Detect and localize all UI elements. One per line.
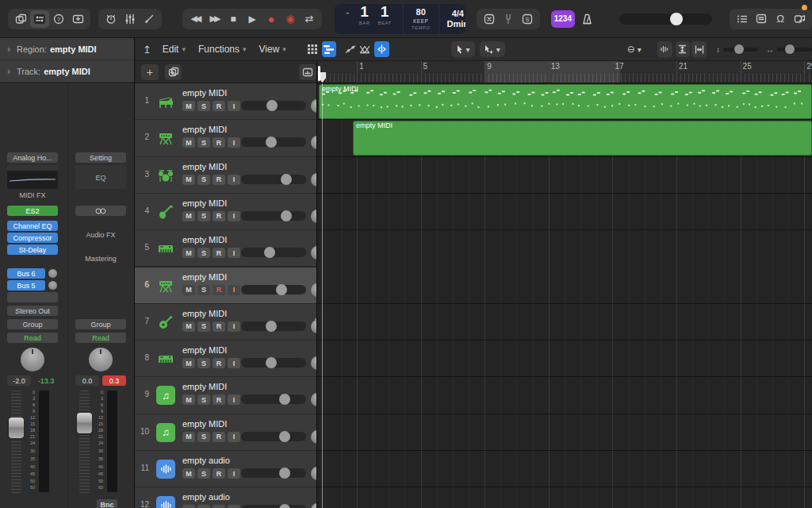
solo-button[interactable]: S <box>197 394 210 405</box>
volume-thumb[interactable] <box>266 357 277 368</box>
record-enable-button[interactable]: R <box>213 505 225 508</box>
eq-display[interactable] <box>7 165 58 189</box>
channel-setting-button[interactable]: Analog Ho... <box>7 152 58 163</box>
stop-button[interactable]: ■ <box>224 10 243 28</box>
smart-controls-icon[interactable] <box>121 10 140 28</box>
collapse-zoom-button[interactable] <box>691 41 707 57</box>
record-button[interactable]: ● <box>262 10 281 28</box>
mute-button[interactable]: M <box>182 248 195 258</box>
instrument-slot-es2[interactable]: ES2 <box>7 206 58 216</box>
forward-button[interactable]: ▶▶ <box>205 10 224 28</box>
grid-view-button[interactable] <box>305 41 320 57</box>
solo-button[interactable]: S <box>197 285 210 295</box>
solo-button[interactable]: S <box>197 137 210 148</box>
lcd-display[interactable]: - 1 BAR 1 BEAT 80 KEEP TEMPO 4/4 Dmin ⌄ <box>335 4 465 34</box>
track-pan-knob[interactable] <box>311 136 316 149</box>
track-pan-knob[interactable] <box>311 246 316 260</box>
track-row-8[interactable]: 8empty MIDIMSRI <box>135 341 316 377</box>
inspector-toggle-button[interactable] <box>30 10 49 28</box>
input-monitor-button[interactable]: I <box>228 432 240 442</box>
mute-button[interactable]: M <box>182 468 195 479</box>
solo-button[interactable]: S <box>197 211 210 221</box>
track-row-9[interactable]: 9♫empty MIDIMSRI <box>135 377 316 414</box>
track-pan-knob[interactable] <box>311 356 316 370</box>
automation-mode-button[interactable]: Read <box>7 333 58 343</box>
automation-button[interactable] <box>343 41 358 57</box>
eq-slot[interactable]: EQ <box>75 165 126 189</box>
toolbar-toggle-button[interactable] <box>68 10 87 28</box>
input-monitor-button[interactable]: I <box>228 394 240 405</box>
pencil-icon[interactable] <box>140 10 159 28</box>
track-pan-knob[interactable] <box>311 173 316 187</box>
track-row-11[interactable]: 11empty audioMSRI <box>135 451 316 487</box>
audio-fx-slot-2[interactable]: St-Delay <box>7 244 58 255</box>
track-volume-slider[interactable] <box>241 394 306 404</box>
input-monitor-button[interactable]: I <box>228 468 240 479</box>
waveform-zoom-button[interactable] <box>657 41 672 57</box>
horizontal-zoom-thumb[interactable] <box>785 44 795 54</box>
track-volume-slider[interactable] <box>241 101 306 110</box>
solo-button[interactable]: S <box>197 358 210 368</box>
volume-thumb[interactable] <box>279 468 290 479</box>
add-track-button[interactable]: + <box>141 64 159 80</box>
input-monitor-button[interactable]: I <box>228 505 240 508</box>
track-pan-knob[interactable] <box>311 283 316 297</box>
left-click-tool-menu[interactable]: ▾ <box>451 41 475 57</box>
input-monitor-button[interactable]: I <box>228 248 240 258</box>
track-volume-slider[interactable] <box>241 285 306 294</box>
track-volume-slider[interactable] <box>241 505 306 508</box>
volume-thumb[interactable] <box>264 247 275 258</box>
horizontal-zoom-slider[interactable] <box>777 48 812 52</box>
mute-button[interactable]: M <box>182 321 195 332</box>
apple-loops-button[interactable]: Ω <box>771 10 790 28</box>
mute-button[interactable]: M <box>182 101 195 111</box>
rewind-button[interactable]: ◀◀ <box>186 10 205 28</box>
track-volume-slider[interactable] <box>241 175 306 184</box>
input-monitor-button[interactable]: I <box>228 101 240 111</box>
track-volume-slider[interactable] <box>241 358 306 368</box>
volume-thumb[interactable] <box>279 431 290 442</box>
track-volume-slider[interactable] <box>241 321 306 331</box>
track-volume-slider[interactable] <box>241 432 306 441</box>
mute-button[interactable]: M <box>182 505 195 508</box>
track-pan-knob[interactable] <box>311 99 316 113</box>
solo-button[interactable]: S <box>197 505 210 508</box>
fader-track[interactable] <box>79 391 90 494</box>
automation-mode-button[interactable]: Read <box>75 333 126 343</box>
record-enable-button[interactable]: R <box>213 394 225 405</box>
snap-menu[interactable]: ⊖▾ <box>622 41 646 57</box>
fader-cap[interactable] <box>77 413 92 433</box>
track-inspector-row[interactable]: › Track: empty MIDI <box>0 60 134 83</box>
solo-button[interactable]: S <box>197 175 210 185</box>
input-monitor-button[interactable]: I <box>228 358 240 368</box>
tuning-fork-icon[interactable] <box>499 10 518 28</box>
send-knob[interactable] <box>48 281 57 290</box>
volume-thumb[interactable] <box>266 100 278 111</box>
functions-menu[interactable]: Functions▾ <box>198 44 247 55</box>
record-enable-button[interactable]: R <box>213 285 225 295</box>
track-row-12[interactable]: 12empty audioMSRI <box>135 487 316 508</box>
mute-button[interactable]: M <box>182 394 195 405</box>
audio-fx-slot-0[interactable]: Channel EQ <box>7 221 58 231</box>
track-volume-slider[interactable] <box>241 248 306 257</box>
track-row-10[interactable]: 10♫empty MIDIMSRI <box>135 414 316 451</box>
disclosure-chevron-icon[interactable]: › <box>7 44 10 55</box>
stereo-link-button[interactable] <box>75 206 126 216</box>
tuner-icon[interactable] <box>102 10 121 28</box>
volume-thumb[interactable] <box>279 504 290 508</box>
record-enable-button[interactable]: R <box>213 321 225 332</box>
record-enable-button[interactable]: R <box>213 468 225 479</box>
master-volume-thumb[interactable] <box>670 13 683 25</box>
track-pan-knob[interactable] <box>311 467 316 480</box>
arrange-area[interactable]: empty MIDIempty MIDI <box>317 83 812 508</box>
mute-button[interactable]: M <box>182 211 195 221</box>
record-enable-button[interactable]: R <box>213 211 225 221</box>
midi-region[interactable]: empty MIDI <box>319 84 812 119</box>
library-toggle-button[interactable] <box>11 10 30 28</box>
mute-button[interactable]: M <box>182 432 195 442</box>
track-pan-knob[interactable] <box>311 320 316 333</box>
track-header-config-button[interactable] <box>299 64 316 80</box>
group-button[interactable]: Group <box>7 319 58 329</box>
track-row-4[interactable]: 4empty MIDIMSRI <box>135 194 316 230</box>
track-pan-knob[interactable] <box>311 503 316 508</box>
